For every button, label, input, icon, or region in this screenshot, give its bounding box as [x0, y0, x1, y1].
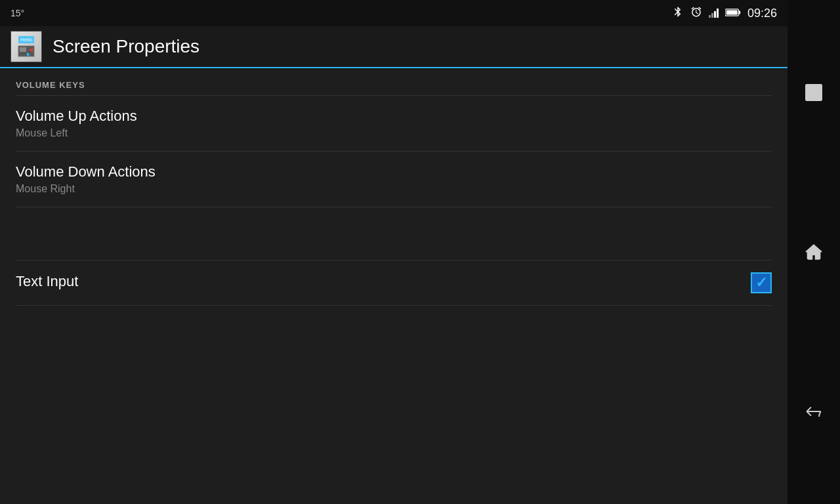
svg-rect-2 [726, 10, 738, 14]
volume-up-subtitle: Mouse Left [16, 127, 137, 139]
text-input-title: Text Input [16, 273, 78, 290]
temperature-display: 15° [10, 8, 24, 18]
back-button[interactable] [795, 393, 832, 430]
text-input-text: Text Input [16, 273, 78, 293]
svg-rect-1 [739, 10, 741, 14]
content-area: VOLUME KEYS Volume Up Actions Mouse Left… [0, 70, 788, 504]
checkmark-icon: ✓ [755, 274, 767, 291]
volume-up-title: Volume Up Actions [16, 108, 137, 125]
recents-button[interactable] [795, 74, 832, 111]
volume-up-item[interactable]: Volume Up Actions Mouse Left [0, 96, 788, 151]
checkbox-checked: ✓ [751, 272, 772, 293]
volume-keys-header: VOLUME KEYS [0, 70, 788, 95]
volume-down-item[interactable]: Volume Down Actions Mouse Right [0, 152, 788, 207]
time-display: 09:26 [747, 7, 777, 20]
text-input-checkbox[interactable]: ✓ [751, 272, 772, 293]
volume-down-text: Volume Down Actions Mouse Right [16, 163, 156, 195]
bluetooth-icon [672, 6, 684, 20]
volume-down-subtitle: Mouse Right [16, 183, 156, 195]
app-icon: Hello [10, 31, 42, 62]
status-icons: 09:26 [672, 6, 777, 20]
home-button[interactable] [795, 234, 832, 270]
app-bar: Hello Screen Properties [0, 26, 788, 68]
signal-icon [709, 7, 719, 20]
svg-rect-7 [806, 85, 822, 100]
text-input-item[interactable]: Text Input ✓ [0, 261, 788, 305]
svg-rect-4 [20, 47, 26, 52]
main-area: Hello Screen Properties VOLUME KEYS Volu… [0, 0, 788, 504]
spacer [0, 207, 788, 260]
volume-down-title: Volume Down Actions [16, 163, 156, 180]
divider-5 [16, 305, 772, 306]
volume-up-text: Volume Up Actions Mouse Left [16, 108, 137, 139]
page-title: Screen Properties [52, 36, 200, 57]
status-bar: 15° [0, 0, 788, 26]
battery-icon [725, 7, 741, 20]
alarm-icon [690, 6, 702, 20]
nav-bar [788, 0, 840, 504]
